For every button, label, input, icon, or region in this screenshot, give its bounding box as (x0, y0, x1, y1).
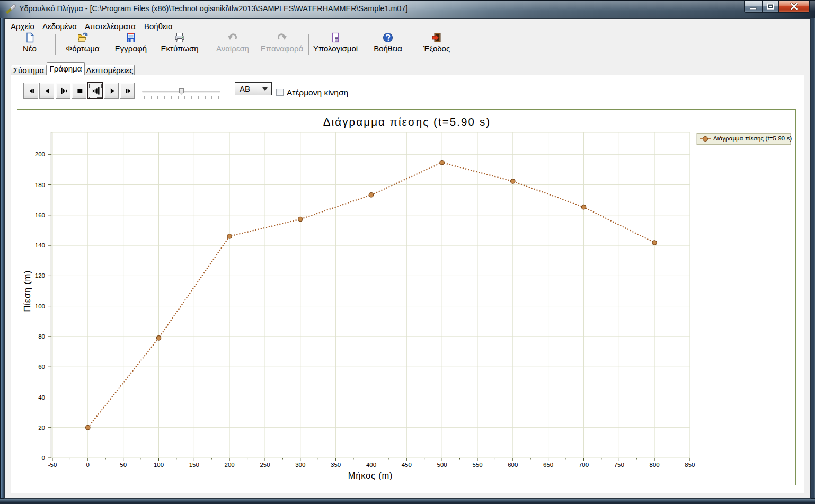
svg-text:140: 140 (35, 242, 45, 249)
svg-text:400: 400 (366, 462, 376, 468)
svg-text:60: 60 (38, 364, 45, 370)
svg-text:450: 450 (402, 462, 412, 468)
svg-text:80: 80 (38, 333, 45, 340)
svg-text:120: 120 (35, 272, 45, 279)
svg-text:800: 800 (650, 462, 660, 468)
svg-text:100: 100 (154, 462, 164, 468)
svg-text:Μήκος (m): Μήκος (m) (348, 471, 393, 480)
svg-text:-50: -50 (48, 462, 57, 468)
svg-text:600: 600 (508, 462, 518, 468)
svg-text:0: 0 (42, 455, 45, 461)
svg-text:300: 300 (295, 462, 305, 468)
svg-text:350: 350 (331, 462, 341, 468)
svg-text:100: 100 (35, 303, 45, 310)
svg-text:150: 150 (189, 462, 199, 468)
svg-text:500: 500 (437, 462, 447, 468)
svg-text:20: 20 (38, 425, 45, 431)
svg-text:Διάγραμμα πίεσης (t=5.90 s): Διάγραμμα πίεσης (t=5.90 s) (713, 135, 792, 142)
svg-text:550: 550 (472, 462, 482, 468)
svg-text:650: 650 (543, 462, 553, 468)
svg-text:750: 750 (614, 462, 624, 468)
svg-text:250: 250 (260, 462, 270, 468)
svg-text:850: 850 (685, 462, 695, 468)
svg-text:40: 40 (38, 394, 45, 401)
svg-text:180: 180 (35, 182, 45, 188)
svg-text:Πίεση (m): Πίεση (m) (22, 270, 32, 312)
svg-text:200: 200 (225, 462, 235, 468)
svg-text:0: 0 (86, 462, 90, 468)
svg-text:200: 200 (35, 151, 45, 157)
svg-text:Διάγραμμα πίεσης (t=5.90 s): Διάγραμμα πίεσης (t=5.90 s) (323, 116, 491, 128)
svg-text:160: 160 (35, 212, 45, 218)
svg-text:50: 50 (120, 462, 127, 468)
svg-text:700: 700 (579, 462, 589, 468)
